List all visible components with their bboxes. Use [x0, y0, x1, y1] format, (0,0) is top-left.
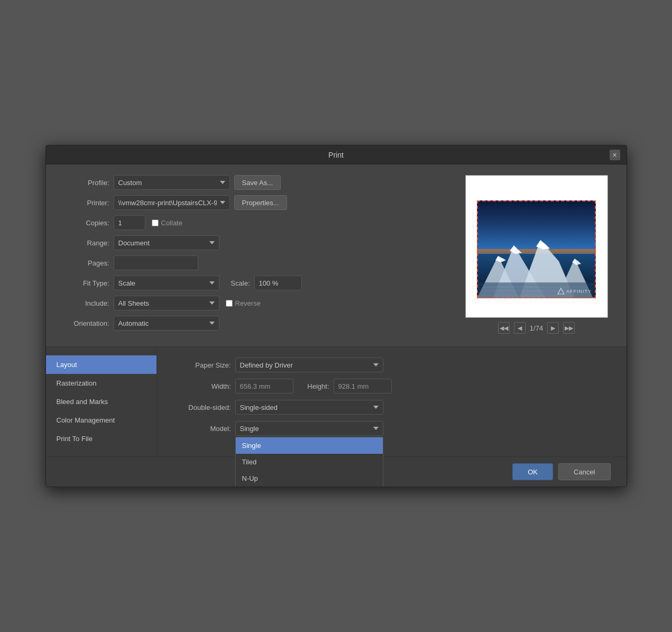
include-label: Include: — [62, 299, 109, 307]
preview-navigation: ◀◀ ◀ 1/74 ▶ ▶▶ — [498, 322, 575, 334]
include-row: Include: All Sheets Reverse — [62, 296, 452, 310]
range-label: Range: — [62, 239, 109, 247]
dimensions-row: Width: Height: — [173, 379, 611, 393]
paper-size-select[interactable]: Defined by Driver — [235, 358, 383, 372]
pages-input[interactable] — [114, 255, 198, 270]
fit-type-select[interactable]: Scale — [114, 276, 219, 290]
prev-page-button[interactable]: ◀ — [514, 322, 526, 334]
next-page-button[interactable]: ▶ — [547, 322, 559, 334]
model-dropdown-popup: Single Tiled N-Up Book Booklet — [235, 437, 383, 487]
profile-select[interactable]: Custom — [114, 175, 230, 190]
width-input[interactable] — [235, 379, 293, 393]
copies-label: Copies: — [62, 219, 109, 227]
model-row: Model: Single Single Tiled N — [173, 421, 611, 436]
preview-area: AFFINITY ◀◀ ◀ 1/74 ▶ ▶▶ — [463, 175, 611, 336]
fit-type-row: Fit Type: Scale Scale: — [62, 276, 452, 290]
ok-button[interactable]: OK — [512, 463, 553, 480]
sidebar-item-rasterization[interactable]: Rasterization — [46, 374, 157, 392]
pages-row: Pages: — [62, 255, 452, 270]
collate-label[interactable]: Collate — [152, 219, 182, 227]
dialog-title: Print — [63, 151, 610, 159]
sidebar-item-bleed-marks[interactable]: Bleed and Marks — [46, 392, 157, 411]
height-label: Height: — [298, 382, 329, 390]
preview-box: AFFINITY — [465, 175, 608, 318]
bottom-section: Layout Rasterization Bleed and Marks Col… — [46, 347, 627, 456]
reverse-label[interactable]: Reverse — [226, 299, 261, 307]
include-select[interactable]: All Sheets — [114, 296, 219, 310]
model-option-tiled[interactable]: Tiled — [236, 454, 383, 470]
last-page-button[interactable]: ▶▶ — [563, 322, 575, 334]
orientation-select[interactable]: Automatic — [114, 316, 219, 331]
model-select[interactable]: Single — [235, 421, 383, 436]
sidebar: Layout Rasterization Bleed and Marks Col… — [46, 347, 157, 456]
printer-label: Printer: — [62, 199, 109, 207]
sidebar-item-layout[interactable]: Layout — [46, 355, 157, 374]
preview-image-wrapper: AFFINITY — [477, 200, 596, 298]
paper-size-label: Paper Size: — [173, 361, 231, 369]
print-dialog: Print × Profile: Custom Save As... Print… — [45, 145, 627, 487]
range-select[interactable]: Document — [114, 235, 219, 250]
profile-row: Profile: Custom Save As... — [62, 175, 452, 190]
preview-image: AFFINITY — [477, 200, 596, 298]
width-label: Width: — [173, 382, 231, 390]
orientation-label: Orientation: — [62, 319, 109, 327]
range-row: Range: Document — [62, 235, 452, 250]
printer-row: Printer: \\vmw28cmr-print\UpstairsCLX-92… — [62, 195, 452, 210]
scale-input[interactable] — [254, 276, 302, 290]
save-as-button[interactable]: Save As... — [234, 175, 281, 190]
model-option-nup[interactable]: N-Up — [236, 470, 383, 487]
fit-type-label: Fit Type: — [62, 279, 109, 287]
double-sided-row: Double-sided: Single-sided — [173, 400, 611, 415]
sidebar-item-color-management[interactable]: Color Management — [46, 411, 157, 429]
profile-label: Profile: — [62, 179, 109, 187]
double-sided-label: Double-sided: — [173, 404, 231, 411]
model-select-wrapper: Single Single Tiled N-Up — [235, 421, 383, 436]
model-option-single[interactable]: Single — [236, 437, 383, 454]
close-button[interactable]: × — [610, 150, 620, 160]
content-area: Paper Size: Defined by Driver Width: Hei… — [157, 347, 627, 456]
form-area: Profile: Custom Save As... Printer: \\vm… — [62, 175, 452, 336]
svg-marker-12 — [558, 288, 564, 294]
height-input[interactable] — [334, 379, 392, 393]
copies-input[interactable] — [114, 215, 145, 230]
sidebar-item-print-to-file[interactable]: Print To File — [46, 429, 157, 448]
printer-select[interactable]: \\vmw28cmr-print\UpstairsCLX-925 — [114, 195, 230, 210]
paper-size-row: Paper Size: Defined by Driver — [173, 358, 611, 372]
scale-label: Scale: — [224, 279, 250, 287]
double-sided-select[interactable]: Single-sided — [235, 400, 383, 415]
properties-button[interactable]: Properties... — [234, 195, 287, 210]
page-indicator: 1/74 — [530, 324, 543, 332]
title-bar: Print × — [46, 145, 627, 164]
model-option-book[interactable]: Book — [236, 487, 383, 487]
first-page-button[interactable]: ◀◀ — [498, 322, 510, 334]
top-section: Profile: Custom Save As... Printer: \\vm… — [46, 164, 627, 346]
reverse-checkbox[interactable] — [226, 300, 233, 307]
collate-checkbox[interactable] — [152, 219, 159, 226]
copies-row: Copies: Collate — [62, 215, 452, 230]
model-label: Model: — [173, 425, 231, 433]
cancel-button[interactable]: Cancel — [558, 463, 610, 480]
orientation-row: Orientation: Automatic — [62, 316, 452, 331]
pages-label: Pages: — [62, 259, 109, 267]
affinity-logo: AFFINITY — [557, 288, 592, 295]
